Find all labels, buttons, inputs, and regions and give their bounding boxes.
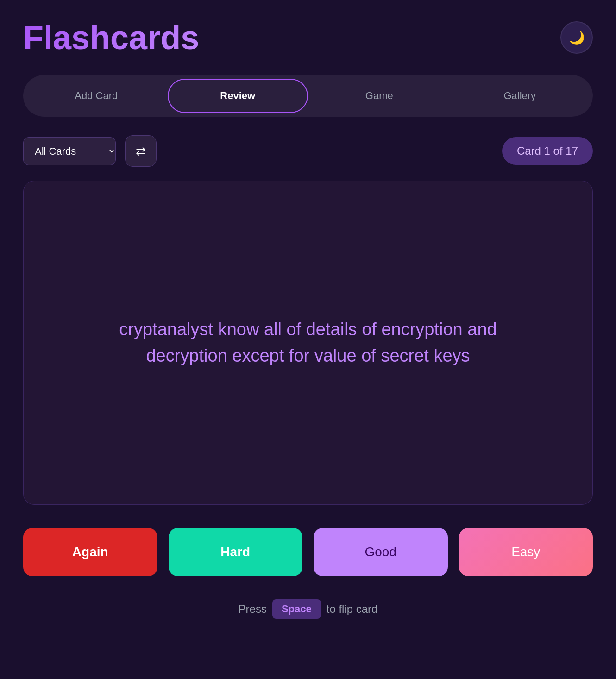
shuffle-icon: ⇄	[136, 144, 146, 158]
card-counter: Card 1 of 17	[502, 137, 593, 165]
nav-tabs: Add Card Review Game Gallery	[23, 75, 593, 117]
card-filter-select[interactable]: All Cards Favorites Hard Good Easy	[23, 137, 116, 165]
controls-row: All Cards Favorites Hard Good Easy ⇄ Car…	[23, 135, 593, 167]
tab-game[interactable]: Game	[310, 79, 449, 113]
footer-hint: Press Space to flip card	[23, 599, 593, 619]
press-text: Press	[239, 603, 267, 616]
good-button[interactable]: Good	[314, 528, 448, 576]
flashcard-content: cryptanalyst know all of details of encr…	[100, 316, 516, 369]
again-button[interactable]: Again	[23, 528, 157, 576]
theme-toggle-button[interactable]: 🌙	[560, 21, 593, 54]
answer-buttons: Again Hard Good Easy	[23, 528, 593, 576]
shuffle-button[interactable]: ⇄	[125, 135, 157, 167]
flashcard[interactable]: cryptanalyst know all of details of encr…	[23, 181, 593, 505]
easy-button[interactable]: Easy	[459, 528, 593, 576]
hard-button[interactable]: Hard	[169, 528, 303, 576]
tab-review[interactable]: Review	[168, 79, 308, 113]
tab-add-card[interactable]: Add Card	[27, 79, 166, 113]
tab-gallery[interactable]: Gallery	[451, 79, 590, 113]
flip-text: to flip card	[327, 603, 378, 616]
app-title: Flashcards	[23, 19, 199, 57]
space-badge: Space	[272, 599, 321, 619]
moon-icon: 🌙	[569, 30, 585, 45]
app-header: Flashcards 🌙	[23, 19, 593, 57]
